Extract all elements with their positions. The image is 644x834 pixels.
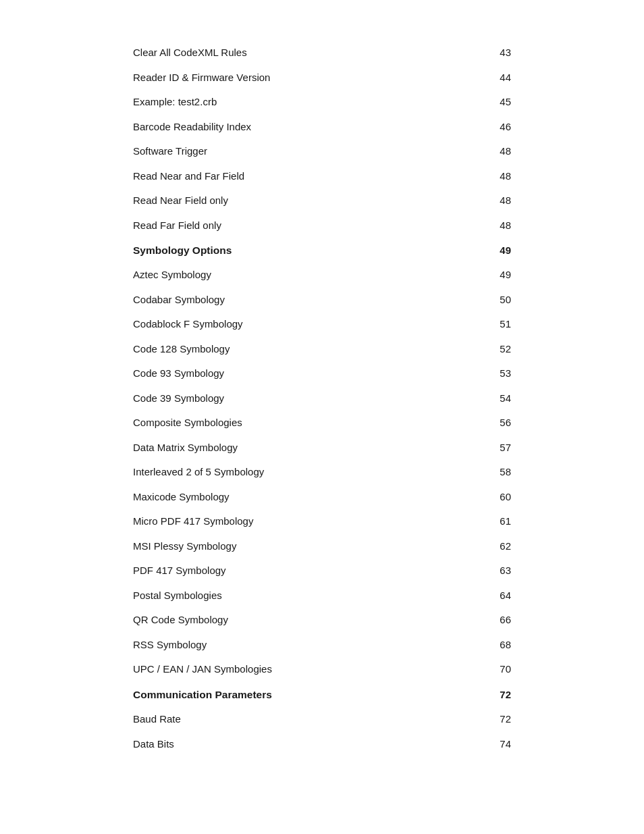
- toc-row: Composite Symbologies56: [133, 411, 511, 436]
- toc-entry-page: 52: [454, 337, 511, 362]
- toc-row: Data Bits74: [133, 732, 511, 757]
- toc-entry-page: 43: [454, 41, 511, 66]
- toc-row: Read Near Field only48: [133, 188, 511, 213]
- toc-row: Data Matrix Symbology57: [133, 436, 511, 461]
- toc-entry-label: QR Code Symbology: [133, 608, 454, 633]
- toc-row: Codabar Symbology50: [133, 288, 511, 313]
- toc-entry-page: 61: [454, 509, 511, 534]
- toc-entry-label: Codabar Symbology: [133, 288, 454, 313]
- toc-entry-label: Code 39 Symbology: [133, 386, 454, 411]
- toc-row: UPC / EAN / JAN Symbologies70: [133, 657, 511, 682]
- toc-entry-label: RSS Symbology: [133, 633, 454, 658]
- toc-entry-page: 72: [454, 682, 511, 707]
- toc-entry-label: Clear All CodeXML Rules: [133, 41, 454, 66]
- toc-entry-page: 48: [454, 164, 511, 189]
- toc-row: Interleaved 2 of 5 Symbology58: [133, 460, 511, 485]
- toc-row: Micro PDF 417 Symbology61: [133, 509, 511, 534]
- toc-entry-label: Read Near Field only: [133, 188, 454, 213]
- toc-row: Barcode Readability Index46: [133, 115, 511, 140]
- toc-entry-page: 49: [454, 263, 511, 288]
- toc-row: Clear All CodeXML Rules43: [133, 41, 511, 66]
- toc-entry-page: 51: [454, 312, 511, 337]
- toc-row: RSS Symbology68: [133, 633, 511, 658]
- toc-entry-page: 72: [454, 707, 511, 732]
- toc-entry-label: MSI Plessy Symbology: [133, 534, 454, 559]
- toc-entry-label: Reader ID & Firmware Version: [133, 66, 454, 90]
- toc-entry-label: PDF 417 Symbology: [133, 558, 454, 583]
- toc-entry-label: Barcode Readability Index: [133, 115, 454, 140]
- toc-entry-page: 53: [454, 361, 511, 386]
- toc-entry-page: 63: [454, 558, 511, 583]
- toc-row: MSI Plessy Symbology62: [133, 534, 511, 559]
- toc-entry-label: Symbology Options: [133, 238, 454, 263]
- toc-entry-page: 58: [454, 460, 511, 485]
- toc-row: Read Near and Far Field48: [133, 164, 511, 189]
- toc-entry-label: Micro PDF 417 Symbology: [133, 509, 454, 534]
- toc-entry-label: Interleaved 2 of 5 Symbology: [133, 460, 454, 485]
- toc-entry-label: Composite Symbologies: [133, 411, 454, 436]
- toc-entry-page: 54: [454, 386, 511, 411]
- toc-entry-label: Maxicode Symbology: [133, 485, 454, 510]
- toc-row: Code 128 Symbology52: [133, 337, 511, 362]
- page-container: Clear All CodeXML Rules43Reader ID & Fir…: [0, 0, 644, 834]
- toc-row: Code 39 Symbology54: [133, 386, 511, 411]
- toc-row: QR Code Symbology66: [133, 608, 511, 633]
- toc-row: Symbology Options49: [133, 238, 511, 263]
- toc-entry-label: Data Bits: [133, 732, 454, 757]
- toc-row: Communication Parameters72: [133, 682, 511, 707]
- toc-row: Baud Rate72: [133, 707, 511, 732]
- toc-row: Postal Symbologies64: [133, 583, 511, 608]
- toc-row: Read Far Field only48: [133, 213, 511, 238]
- toc-entry-page: 48: [454, 139, 511, 164]
- toc-entry-page: 46: [454, 115, 511, 140]
- toc-entry-label: Code 128 Symbology: [133, 337, 454, 362]
- toc-entry-page: 60: [454, 485, 511, 510]
- toc-entry-label: Codablock F Symbology: [133, 312, 454, 337]
- toc-entry-label: Read Near and Far Field: [133, 164, 454, 189]
- toc-entry-label: Code 93 Symbology: [133, 361, 454, 386]
- toc-entry-page: 48: [454, 188, 511, 213]
- toc-entry-label: UPC / EAN / JAN Symbologies: [133, 657, 454, 682]
- toc-entry-label: Software Trigger: [133, 139, 454, 164]
- toc-entry-page: 48: [454, 213, 511, 238]
- toc-row: Code 93 Symbology53: [133, 361, 511, 386]
- toc-entry-page: 62: [454, 534, 511, 559]
- toc-entry-page: 74: [454, 732, 511, 757]
- toc-entry-label: Read Far Field only: [133, 213, 454, 238]
- toc-entry-page: 56: [454, 411, 511, 436]
- toc-row: Codablock F Symbology51: [133, 312, 511, 337]
- toc-entry-page: 57: [454, 436, 511, 461]
- toc-entry-label: Communication Parameters: [133, 682, 454, 707]
- toc-row: Aztec Symbology49: [133, 263, 511, 288]
- toc-entry-label: Example: test2.crb: [133, 90, 454, 115]
- toc-row: Example: test2.crb45: [133, 90, 511, 115]
- toc-row: Reader ID & Firmware Version44: [133, 66, 511, 90]
- toc-entry-label: Postal Symbologies: [133, 583, 454, 608]
- toc-row: PDF 417 Symbology63: [133, 558, 511, 583]
- toc-entry-page: 66: [454, 608, 511, 633]
- toc-entry-page: 50: [454, 288, 511, 313]
- toc-entry-page: 68: [454, 633, 511, 658]
- toc-entry-label: Data Matrix Symbology: [133, 436, 454, 461]
- toc-entry-label: Aztec Symbology: [133, 263, 454, 288]
- toc-table: Clear All CodeXML Rules43Reader ID & Fir…: [133, 41, 511, 756]
- toc-entry-page: 70: [454, 657, 511, 682]
- toc-row: Maxicode Symbology60: [133, 485, 511, 510]
- toc-row: Software Trigger48: [133, 139, 511, 164]
- toc-entry-page: 49: [454, 238, 511, 263]
- toc-entry-page: 64: [454, 583, 511, 608]
- toc-entry-page: 45: [454, 90, 511, 115]
- toc-entry-label: Baud Rate: [133, 707, 454, 732]
- toc-entry-page: 44: [454, 66, 511, 90]
